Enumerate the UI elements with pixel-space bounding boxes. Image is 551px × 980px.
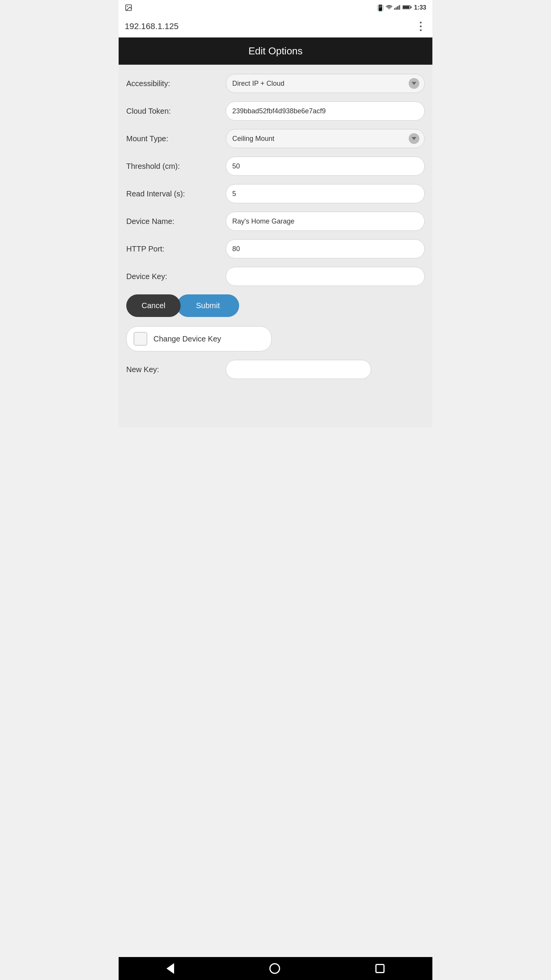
status-bar-left [125,4,132,11]
wifi-icon [386,5,393,11]
new-key-input[interactable] [226,360,371,379]
change-device-key-row[interactable]: Change Device Key [126,326,272,351]
header-title: Edit Options [248,45,303,57]
status-bar: 1:33 [119,0,432,15]
mount-type-label: Mount Type: [126,134,226,143]
change-device-key-checkbox[interactable] [134,332,147,346]
svg-rect-9 [411,6,412,8]
photo-icon [125,4,132,11]
signal-icon [394,5,401,11]
svg-rect-2 [394,8,395,10]
battery-icon [403,5,412,11]
more-options-button[interactable]: ⋮ [415,20,426,33]
device-key-input[interactable] [226,267,425,286]
accessibility-label: Accessibility: [126,79,226,88]
edit-options-header: Edit Options [119,38,432,65]
read-interval-label: Read Interval (s): [126,189,226,198]
device-name-row: Device Name: [126,212,425,231]
svg-rect-5 [399,5,400,10]
mount-type-row: Mount Type: Ceiling Mount Wall Mount Flo… [126,129,425,148]
status-icons [377,4,412,11]
svg-point-1 [127,6,128,7]
submit-button[interactable]: Submit [177,294,239,317]
svg-rect-4 [397,6,398,10]
http-port-input[interactable] [226,239,425,258]
accessibility-select[interactable]: Direct IP + Cloud Cloud Only Direct IP O… [226,74,425,93]
ip-address: 192.168.1.125 [125,21,179,31]
device-key-label: Device Key: [126,272,226,281]
threshold-input[interactable] [226,157,425,176]
accessibility-select-wrapper: Direct IP + Cloud Cloud Only Direct IP O… [226,74,425,93]
read-interval-input[interactable] [226,184,425,203]
bottom-spacer [126,387,425,418]
new-key-row: New Key: [126,360,425,379]
read-interval-row: Read Interval (s): [126,184,425,203]
new-key-label: New Key: [126,365,226,374]
mount-type-select[interactable]: Ceiling Mount Wall Mount Floor Mount [226,129,425,148]
time-display: 1:33 [414,4,426,11]
form-container: Accessibility: Direct IP + Cloud Cloud O… [119,65,432,427]
threshold-label: Threshold (cm): [126,162,226,171]
status-bar-right: 1:33 [377,4,426,11]
change-device-key-label: Change Device Key [153,335,221,343]
svg-rect-8 [403,6,409,8]
cloud-token-row: Cloud Token: [126,101,425,121]
buttons-row: Cancel Submit [126,294,425,317]
cloud-token-label: Cloud Token: [126,107,226,116]
http-port-row: HTTP Port: [126,239,425,258]
address-bar: 192.168.1.125 ⋮ [119,15,432,38]
device-key-row: Device Key: [126,267,425,286]
cloud-token-input[interactable] [226,101,425,121]
http-port-label: HTTP Port: [126,245,226,253]
threshold-row: Threshold (cm): [126,157,425,176]
vibrate-icon [377,4,384,11]
svg-rect-6 [400,5,401,10]
device-name-input[interactable] [226,212,425,231]
cancel-button[interactable]: Cancel [126,294,181,317]
mount-type-select-wrapper: Ceiling Mount Wall Mount Floor Mount [226,129,425,148]
device-name-label: Device Name: [126,217,226,226]
accessibility-row: Accessibility: Direct IP + Cloud Cloud O… [126,74,425,93]
svg-rect-3 [396,7,397,10]
